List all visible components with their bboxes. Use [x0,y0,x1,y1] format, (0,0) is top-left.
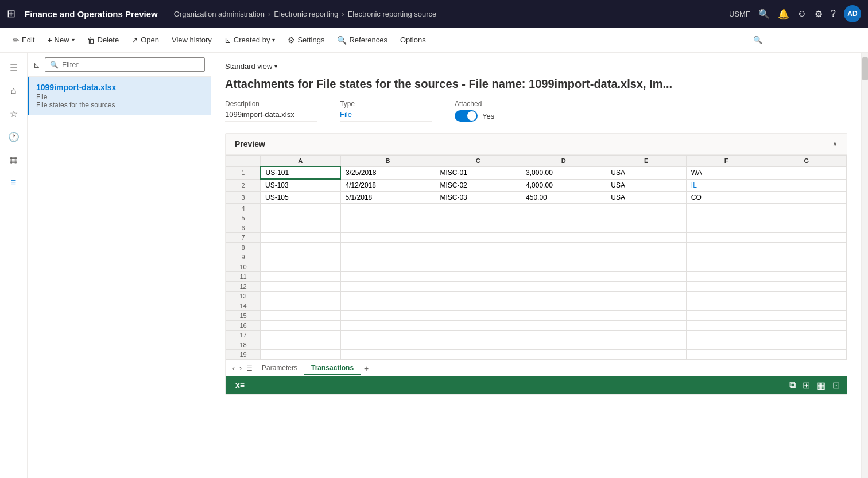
cell-14-D[interactable] [521,301,606,311]
sheet-nav-next[interactable]: › [237,363,244,374]
cell-8-G[interactable] [766,243,847,252]
cell-2-D[interactable]: 4,000.00 [521,179,606,192]
cell-4-D[interactable] [521,204,606,213]
sidebar-dashboard-icon[interactable]: ▦ [3,149,24,170]
cell-1-G[interactable] [766,166,847,179]
cell-13-C[interactable] [435,292,521,301]
cell-18-G[interactable] [766,340,847,350]
waffle-icon[interactable]: ⊞ [7,7,16,20]
cell-13-G[interactable] [766,292,847,301]
cell-7-A[interactable] [261,233,341,243]
settings-nav-icon[interactable]: ⚙ [815,9,823,20]
cell-7-F[interactable] [686,233,766,243]
cell-11-C[interactable] [435,272,521,282]
cell-15-G[interactable] [766,311,847,321]
cell-14-G[interactable] [766,301,847,311]
edit-button[interactable]: ✏ Edit [7,32,40,48]
references-button[interactable]: 🔍 References [331,32,393,48]
cell-18-C[interactable] [435,340,521,350]
created-by-button[interactable]: ⊾ Created by ▾ [219,32,281,48]
sheet-nav-menu[interactable]: ☰ [244,363,255,374]
excel-tool-2-icon[interactable]: ⊞ [803,380,810,391]
smiley-icon[interactable]: ☺ [797,9,807,19]
cell-2-G[interactable] [766,179,847,192]
cell-2-A[interactable]: US-103 [261,179,341,192]
cell-6-D[interactable] [521,223,606,233]
cell-19-B[interactable] [340,350,435,360]
cell-1-D[interactable]: 3,000.00 [521,166,606,179]
filter-input[interactable] [62,60,200,69]
cell-13-E[interactable] [606,292,687,301]
cell-6-E[interactable] [606,223,687,233]
cell-15-D[interactable] [521,311,606,321]
cell-6-G[interactable] [766,223,847,233]
cell-4-B[interactable] [340,204,435,213]
attached-toggle[interactable] [455,110,478,122]
cell-11-B[interactable] [340,272,435,282]
cell-17-E[interactable] [606,331,687,340]
cell-14-E[interactable] [606,301,687,311]
sidebar-hamburger-icon[interactable]: ☰ [3,57,24,78]
cell-13-B[interactable] [340,292,435,301]
cell-10-E[interactable] [606,262,687,272]
excel-tool-1-icon[interactable]: ⧉ [789,380,796,391]
cell-11-D[interactable] [521,272,606,282]
bell-icon[interactable]: 🔔 [778,9,789,20]
cell-11-E[interactable] [606,272,687,282]
preview-collapse-icon[interactable]: ∧ [832,140,838,148]
cell-4-C[interactable] [435,204,521,213]
cell-7-D[interactable] [521,233,606,243]
cell-8-C[interactable] [435,243,521,252]
avatar[interactable]: AD [844,5,861,22]
cell-9-F[interactable] [686,252,766,262]
help-icon[interactable]: ? [831,9,836,19]
cell-2-E[interactable]: USA [606,179,687,192]
cell-9-E[interactable] [606,252,687,262]
cell-12-D[interactable] [521,282,606,292]
cell-19-G[interactable] [766,350,847,360]
cell-3-D[interactable]: 450.00 [521,192,606,204]
cell-2-B[interactable]: 4/12/2018 [340,179,435,192]
cell-10-G[interactable] [766,262,847,272]
cell-14-C[interactable] [435,301,521,311]
breadcrumb-item-1[interactable]: Organization administration [174,10,265,18]
cell-12-E[interactable] [606,282,687,292]
cell-17-G[interactable] [766,331,847,340]
cell-13-F[interactable] [686,292,766,301]
cell-3-A[interactable]: US-105 [261,192,341,204]
cell-12-F[interactable] [686,282,766,292]
cell-12-B[interactable] [340,282,435,292]
cell-5-F[interactable] [686,213,766,223]
cell-10-C[interactable] [435,262,521,272]
cell-3-B[interactable]: 5/1/2018 [340,192,435,204]
cell-5-B[interactable] [340,213,435,223]
cell-10-F[interactable] [686,262,766,272]
cell-16-F[interactable] [686,321,766,331]
cell-7-E[interactable] [606,233,687,243]
cell-15-F[interactable] [686,311,766,321]
cell-6-B[interactable] [340,223,435,233]
sidebar-recent-icon[interactable]: 🕐 [3,126,24,147]
sidebar-home-icon[interactable]: ⌂ [3,80,24,101]
cell-19-A[interactable] [261,350,341,360]
cell-9-G[interactable] [766,252,847,262]
cell-7-C[interactable] [435,233,521,243]
cell-17-B[interactable] [340,331,435,340]
cell-16-D[interactable] [521,321,606,331]
cell-9-D[interactable] [521,252,606,262]
cell-10-B[interactable] [340,262,435,272]
cell-9-B[interactable] [340,252,435,262]
cell-5-G[interactable] [766,213,847,223]
cell-3-G[interactable] [766,192,847,204]
view-history-button[interactable]: View history [166,32,218,48]
cell-11-A[interactable] [261,272,341,282]
sidebar-favorites-icon[interactable]: ☆ [3,103,24,124]
cell-16-E[interactable] [606,321,687,331]
cell-12-A[interactable] [261,282,341,292]
cell-5-E[interactable] [606,213,687,223]
cell-1-E[interactable]: USA [606,166,687,179]
cell-8-A[interactable] [261,243,341,252]
settings-button[interactable]: ⚙ Settings [282,32,330,48]
cell-18-D[interactable] [521,340,606,350]
cell-11-G[interactable] [766,272,847,282]
